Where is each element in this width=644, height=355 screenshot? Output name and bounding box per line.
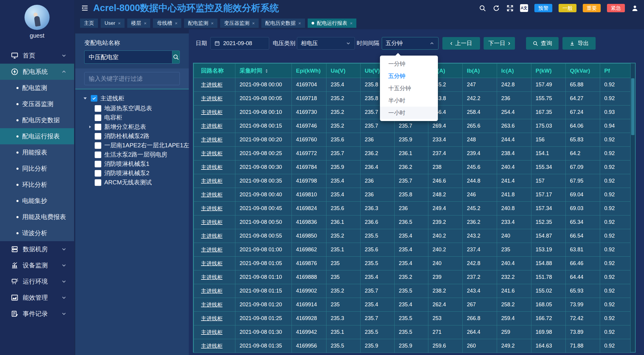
sidebar-subitem-1-5[interactable]: 同比分析 [0,160,74,177]
station-input[interactable] [84,51,172,64]
column-header-2[interactable]: Epi(kWh) [292,64,326,78]
export-button[interactable]: 导出 [562,37,596,50]
circuit-link-cell[interactable]: 主进线柜 [194,339,235,353]
tree-node-0[interactable]: 地源热泵空调总表 [84,104,180,113]
circuit-link-cell[interactable]: 主进线柜 [194,188,235,202]
tree-node-checkbox[interactable] [95,142,101,149]
tree-root-node[interactable]: 主进线柜 [84,93,180,104]
circuit-link-cell[interactable]: 主进线柜 [194,298,235,312]
tree-node-7[interactable]: 消防喷淋机械泵2 [84,169,180,178]
sidebar-subitem-1-7[interactable]: 电能集抄 [0,193,74,209]
close-icon[interactable]: × [298,21,301,26]
alarm-button-2[interactable]: 重要 [583,4,601,12]
alarm-button-1[interactable]: 一般 [559,4,576,12]
interval-option-1[interactable]: 五分钟 [380,70,438,82]
column-header-3[interactable]: Ua(V) [326,64,361,78]
tab-1[interactable]: User× [101,19,125,28]
tree-node-checkbox[interactable] [95,124,101,130]
search-icon[interactable] [479,4,486,12]
column-header-11[interactable]: Pf [600,64,631,78]
tree-node-checkbox[interactable] [95,161,101,167]
tab-6[interactable]: 配电历史数据× [261,19,305,28]
sidebar-item-5[interactable]: 能效管理 [0,290,74,306]
next-day-button[interactable]: 下一日 › [484,37,515,50]
column-header-9[interactable]: P(kW) [531,64,566,78]
tab-5[interactable]: 变压器监测× [220,19,259,28]
interval-select[interactable]: 五分钟 [382,37,438,50]
interval-option-4[interactable]: 一小时 [380,107,438,119]
vertical-scrollbar[interactable] [630,63,635,352]
sidebar-subitem-1-0[interactable]: 配电监测 [0,80,74,96]
tree-node-3[interactable]: 消防栓机械泵2路 [84,131,180,141]
circuit-link-cell[interactable]: 主进线柜 [194,215,235,229]
fullscreen-icon[interactable] [506,4,514,12]
sidebar-item-3[interactable]: 设备监测 [0,257,74,273]
tree-node-2[interactable]: 新增分立柜总表 [84,122,180,131]
column-header-0[interactable]: 回路名称 [194,64,235,78]
translate-icon[interactable]: A文 [520,4,528,12]
user-icon[interactable] [631,4,639,12]
interval-option-2[interactable]: 十五分钟 [380,82,438,94]
circuit-link-cell[interactable]: 主进线柜 [194,174,235,188]
voltage-type-select[interactable]: 相电压 [297,37,355,50]
tree-node-5[interactable]: 生活水泵2路一层弱电房 [84,150,180,159]
tab-0[interactable]: 主页 [80,19,98,28]
sort-icon[interactable] [264,69,269,73]
sidebar-item-6[interactable]: 事件记录 [0,306,74,322]
tree-node-checkbox[interactable] [95,133,101,140]
circuit-link-cell[interactable]: 主进线柜 [194,270,235,284]
tree-node-checkbox[interactable] [95,114,101,121]
circuit-link-cell[interactable]: 主进线柜 [194,160,235,174]
tab-2[interactable]: 楼层× [127,19,151,28]
query-button[interactable]: 查询 [526,37,559,50]
circuit-link-cell[interactable]: 主进线柜 [194,243,235,257]
tab-4[interactable]: 配电监测× [184,19,217,28]
tab-7[interactable]: 配电运行报表× [308,19,357,28]
caret-right-icon[interactable] [88,125,92,129]
close-icon[interactable]: × [175,21,177,26]
circuit-link-cell[interactable]: 主进线柜 [194,257,235,270]
station-search-button[interactable] [172,51,180,64]
tree-node-4[interactable]: 一层南1APE2右一层北1APE1左 [84,141,180,150]
circuit-link-cell[interactable]: 主进线柜 [194,78,235,92]
close-icon[interactable]: × [118,21,121,26]
sidebar-subitem-1-1[interactable]: 变压器监测 [0,96,74,112]
column-header-8[interactable]: Ic(A) [497,64,531,78]
tree-node-6[interactable]: 消防喷淋机械泵1 [84,159,180,169]
scrollbar-thumb[interactable] [631,78,634,135]
close-icon[interactable]: × [350,21,353,26]
tree-node-8[interactable]: ARCM无线表测试 [84,178,180,187]
circuit-link-cell[interactable]: 主进线柜 [194,325,235,339]
sidebar-subitem-1-3[interactable]: 配电运行报表 [0,128,74,144]
sidebar-item-0[interactable]: 首页 [0,48,74,64]
prev-day-button[interactable]: ‹ 上一日 [442,37,480,50]
interval-option-3[interactable]: 半小时 [380,94,438,107]
sidebar-subitem-1-4[interactable]: 用能报表 [0,144,74,160]
tree-node-checkbox[interactable] [95,152,101,158]
close-icon[interactable]: × [144,21,147,26]
alarm-button-3[interactable]: 紧急 [607,4,625,12]
sidebar-item-4[interactable]: 运行环境 [0,273,74,290]
sidebar-subitem-1-8[interactable]: 用能及电费报表 [0,209,74,225]
sidebar-subitem-1-2[interactable]: 配电历史数据 [0,112,74,128]
tree-node-checkbox[interactable] [95,170,101,177]
sidebar-item-2[interactable]: 数据机房 [0,241,74,257]
circuit-link-cell[interactable]: 主进线柜 [194,92,235,105]
tree-filter-input[interactable] [84,72,180,85]
circuit-link-cell[interactable]: 主进线柜 [194,147,235,160]
interval-option-0[interactable]: 一分钟 [380,58,438,70]
close-icon[interactable]: × [252,21,255,26]
sidebar-subitem-1-9[interactable]: 谐波分析 [0,225,74,241]
tree-node-1[interactable]: 电容柜 [84,113,180,122]
tree-node-checkbox[interactable] [95,105,101,112]
tab-3[interactable]: 母线槽× [153,19,181,28]
column-header-1[interactable]: 采集时间 [235,64,292,78]
circuit-link-cell[interactable]: 主进线柜 [194,312,235,325]
circuit-link-cell[interactable]: 主进线柜 [194,133,235,147]
circuit-link-cell[interactable]: 主进线柜 [194,119,235,133]
hamburger-menu-icon[interactable] [81,4,89,12]
tree-node-checkbox[interactable] [95,179,101,186]
avatar[interactable] [24,5,50,30]
refresh-icon[interactable] [493,4,500,12]
circuit-link-cell[interactable]: 主进线柜 [194,229,235,243]
